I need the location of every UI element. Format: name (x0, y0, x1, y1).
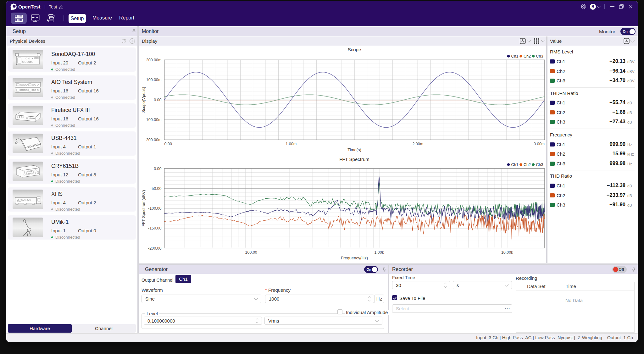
svg-text:-50.00: -50.00 (150, 186, 161, 191)
svg-text:0.00: 0.00 (154, 98, 161, 102)
svg-text:-200.00: -200.00 (148, 246, 161, 251)
svg-text:2.00m: 2.00m (412, 142, 423, 146)
svg-text:100.00m: 100.00m (146, 78, 162, 82)
svg-text:FFT Spectrum: FFT Spectrum (339, 157, 369, 162)
svg-text:100.00: 100.00 (245, 250, 257, 255)
svg-text:Ch2: Ch2 (524, 54, 531, 58)
svg-text:Scope(Vpeak): Scope(Vpeak) (141, 87, 146, 113)
svg-text:Scope: Scope (348, 47, 361, 52)
svg-text:200.00m: 200.00m (146, 58, 162, 62)
svg-text:1.00m: 1.00m (286, 142, 297, 146)
svg-text:0.00: 0.00 (154, 167, 161, 171)
svg-text:3.00m: 3.00m (534, 142, 545, 146)
svg-text:1.00k: 1.00k (374, 250, 384, 255)
svg-text:10.00k: 10.00k (501, 250, 513, 255)
svg-text:Ch3: Ch3 (536, 54, 543, 58)
svg-text:Ch2: Ch2 (524, 163, 531, 167)
svg-text:FFT Spectrum(dBV): FFT Spectrum(dBV) (141, 190, 146, 226)
svg-text:0.00: 0.00 (164, 142, 172, 146)
svg-text:Ch1: Ch1 (511, 163, 519, 167)
svg-text:Ch3: Ch3 (536, 163, 543, 167)
svg-text:-150.00: -150.00 (148, 226, 161, 230)
svg-text:Ch1: Ch1 (511, 54, 519, 58)
svg-text:Frequency(Hz): Frequency(Hz) (341, 256, 368, 260)
svg-text:Time(s): Time(s) (347, 147, 361, 152)
svg-text:-200.00m: -200.00m (145, 138, 162, 142)
svg-text:-100.00: -100.00 (148, 206, 161, 211)
svg-text:-100.00m: -100.00m (145, 118, 162, 122)
